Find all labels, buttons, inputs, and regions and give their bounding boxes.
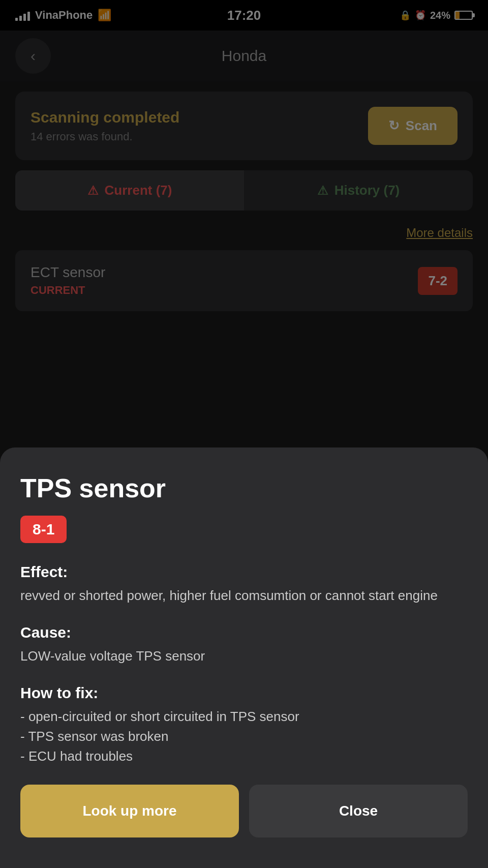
cause-body: LOW-value voltage TPS sensor (20, 646, 468, 666)
fix-body: - open-circuited or short circuited in T… (20, 707, 468, 766)
modal-buttons: Look up more Close (20, 785, 468, 837)
effect-body: revved or shorted power, higher fuel com… (20, 586, 468, 606)
modal-error-badge: 8-1 (20, 516, 67, 543)
modal-sensor-title: TPS sensor (20, 473, 468, 503)
tps-sensor-modal: TPS sensor 8-1 Effect: revved or shorted… (0, 447, 488, 868)
fix-heading: How to fix: (20, 684, 468, 702)
lookup-button[interactable]: Look up more (20, 785, 239, 837)
cause-heading: Cause: (20, 624, 468, 641)
effect-heading: Effect: (20, 563, 468, 581)
close-button[interactable]: Close (249, 785, 468, 837)
